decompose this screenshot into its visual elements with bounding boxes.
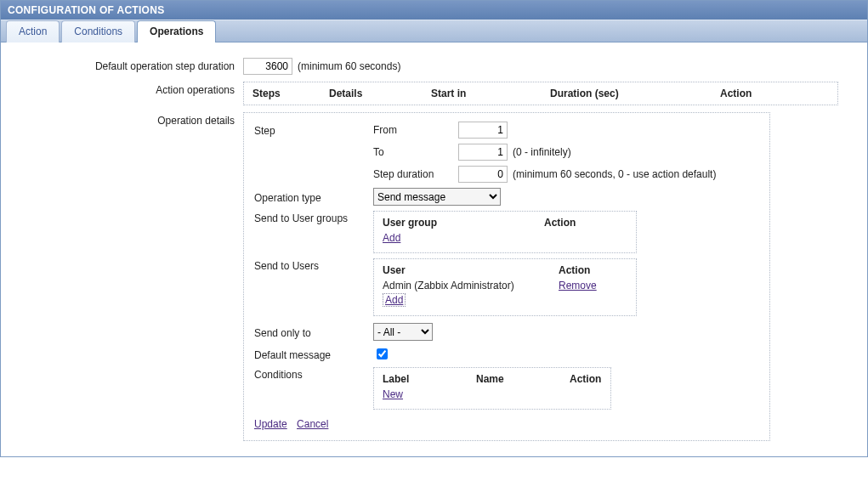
operation-details-box: Step From To (0 - infinitely) Step durat…: [243, 112, 770, 441]
user-groups-table: User group Action Add: [373, 211, 637, 253]
from-label: From: [373, 124, 458, 136]
tab-operations[interactable]: Operations: [137, 20, 216, 42]
col-duration: Duration (sec): [550, 88, 720, 99]
cond-new-link[interactable]: New: [383, 388, 403, 400]
conditions-table: Label Name Action New: [373, 367, 611, 410]
col-action: Action: [720, 88, 788, 99]
operation-details-label: Operation details: [18, 112, 243, 127]
default-step-duration-label: Default operation step duration: [18, 58, 243, 72]
action-operations-table: Steps Details Start in Duration (sec) Ac…: [243, 82, 838, 105]
col-start-in: Start in: [431, 88, 550, 99]
step-label: Step: [254, 123, 373, 137]
user-group-col: User group: [383, 217, 544, 229]
cancel-link[interactable]: Cancel: [297, 418, 328, 430]
users-table: User Action Admin (Zabbix Administrator)…: [373, 258, 637, 316]
user-action-col: Action: [559, 264, 627, 276]
cond-label-col: Label: [383, 373, 476, 385]
step-duration-label: Step duration: [373, 168, 458, 180]
send-users-label: Send to Users: [254, 258, 373, 272]
send-user-groups-label: Send to User groups: [254, 211, 373, 224]
conditions-label: Conditions: [254, 367, 373, 381]
to-label: To: [373, 146, 458, 158]
to-input[interactable]: [458, 144, 508, 161]
step-duration-input[interactable]: [458, 166, 508, 183]
step-duration-hint: (minimum 60 seconds, 0 - use action defa…: [513, 168, 716, 180]
col-details: Details: [329, 88, 431, 99]
send-only-to-label: Send only to: [254, 325, 373, 339]
user-col: User: [383, 264, 559, 276]
user-add-link[interactable]: Add: [383, 293, 406, 307]
cond-action-col: Action: [570, 373, 601, 385]
panel-title: CONFIGURATION OF ACTIONS: [1, 1, 867, 20]
user-row-name: Admin (Zabbix Administrator): [383, 280, 559, 291]
user-remove-link[interactable]: Remove: [559, 280, 597, 291]
operation-type-select[interactable]: Send message: [373, 188, 501, 206]
default-message-checkbox[interactable]: [377, 348, 388, 359]
tab-action[interactable]: Action: [6, 20, 60, 42]
cond-name-col: Name: [476, 373, 570, 385]
default-step-duration-hint: (minimum 60 seconds): [298, 60, 400, 72]
send-only-to-select[interactable]: - All -: [373, 323, 433, 341]
update-link[interactable]: Update: [254, 418, 287, 430]
col-steps: Steps: [252, 88, 329, 99]
tab-bar: Action Conditions Operations: [1, 20, 867, 42]
tab-conditions[interactable]: Conditions: [61, 20, 135, 42]
action-operations-label: Action operations: [18, 82, 243, 96]
operation-type-label: Operation type: [254, 190, 373, 204]
user-group-action-col: Action: [544, 217, 621, 229]
default-step-duration-input[interactable]: [243, 58, 292, 75]
to-hint: (0 - infinitely): [513, 146, 571, 158]
from-input[interactable]: [458, 122, 508, 139]
default-message-label: Default message: [254, 348, 373, 361]
user-group-add-link[interactable]: Add: [383, 232, 400, 244]
